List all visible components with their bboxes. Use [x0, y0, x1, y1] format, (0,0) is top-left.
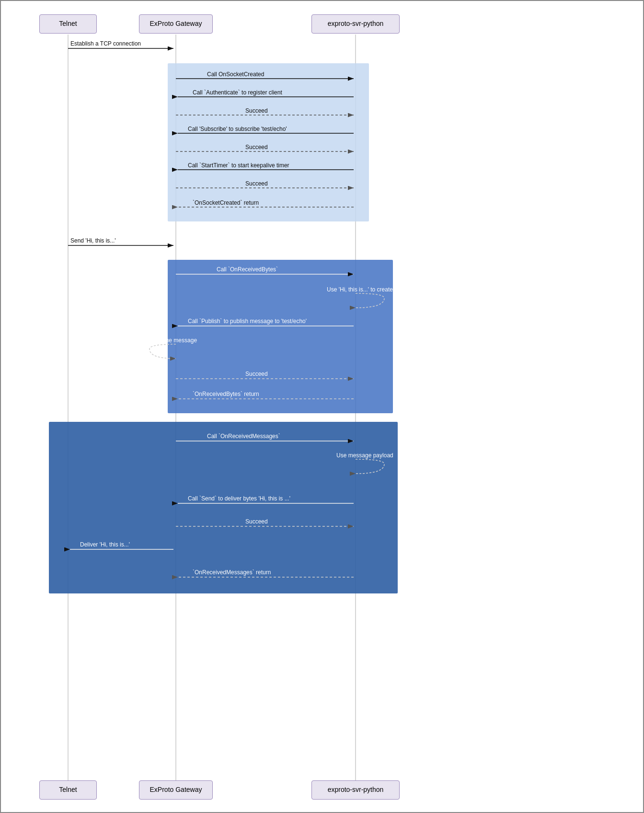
- svg-text:Route the message: Route the message: [147, 337, 197, 344]
- svg-text:Call 'Subscribe' to subscribe : Call 'Subscribe' to subscribe 'test/echo…: [188, 126, 287, 132]
- svg-text:Call `OnReceivedBytes`: Call `OnReceivedBytes`: [217, 266, 278, 273]
- svg-text:Call `Send` to deliver bytes ': Call `Send` to deliver bytes 'Hi, this i…: [188, 495, 290, 502]
- svg-text:Establish a TCP connection: Establish a TCP connection: [70, 40, 141, 47]
- svg-text:Call `OnReceivedMessages`: Call `OnReceivedMessages`: [207, 433, 280, 440]
- svg-text:`OnSocketCreated` return: `OnSocketCreated` return: [193, 199, 259, 206]
- diagram-container: Establish a TCP connection Call OnSocket…: [0, 0, 644, 813]
- svg-text:Use 'Hi, this is...' to create: Use 'Hi, this is...' to create a message: [327, 286, 423, 293]
- svg-text:Call `Publish` to publish mess: Call `Publish` to publish message to 'te…: [188, 318, 307, 325]
- svg-text:Deliver 'Hi, this is...': Deliver 'Hi, this is...': [80, 541, 130, 548]
- actor-telnet-top: Telnet: [39, 14, 97, 34]
- svg-text:Succeed: Succeed: [245, 144, 268, 151]
- svg-text:`OnReceivedMessages` return: `OnReceivedMessages` return: [193, 569, 271, 576]
- actor-gateway-bottom: ExProto Gateway: [139, 780, 213, 800]
- svg-text:Call OnSocketCreated: Call OnSocketCreated: [207, 71, 264, 78]
- svg-text:Call `StartTimer` to start kee: Call `StartTimer` to start keepalive tim…: [188, 162, 289, 169]
- svg-text:Call `Authenticate` to registe: Call `Authenticate` to register client: [193, 89, 282, 96]
- svg-rect-7: [168, 63, 369, 221]
- svg-rect-8: [168, 260, 393, 413]
- svg-rect-9: [49, 422, 398, 593]
- actor-svr-bottom: exproto-svr-python: [311, 780, 400, 800]
- sequence-diagram-svg: Establish a TCP connection Call OnSocket…: [1, 1, 644, 813]
- svg-text:Succeed: Succeed: [245, 371, 268, 377]
- actor-svr-top: exproto-svr-python: [311, 14, 400, 34]
- svg-text:Use message payload: Use message payload: [336, 452, 393, 459]
- svg-text:Succeed: Succeed: [245, 107, 268, 114]
- svg-text:Succeed: Succeed: [245, 518, 268, 525]
- svg-text:Send 'Hi, this is...': Send 'Hi, this is...': [70, 237, 116, 244]
- actor-gateway-top: ExProto Gateway: [139, 14, 213, 34]
- actor-telnet-bottom: Telnet: [39, 780, 97, 800]
- svg-text:Succeed: Succeed: [245, 180, 268, 187]
- svg-text:`OnReceivedBytes` return: `OnReceivedBytes` return: [193, 391, 259, 397]
